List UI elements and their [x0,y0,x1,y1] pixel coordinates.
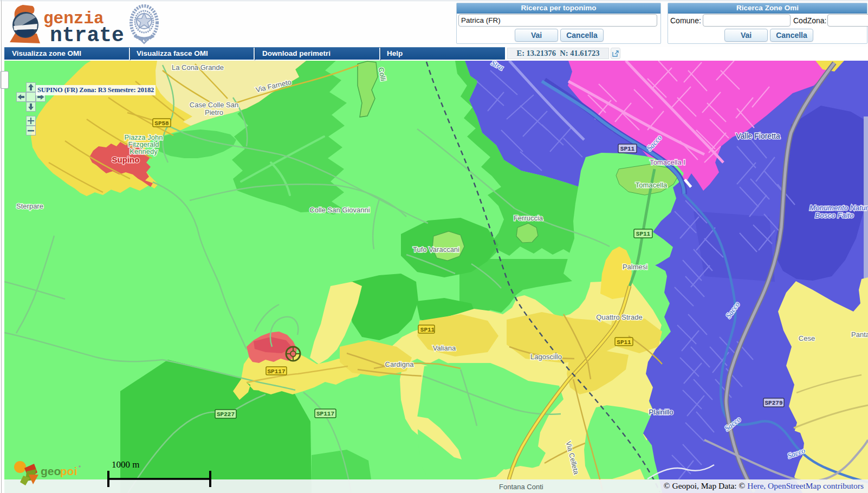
svg-text:Monumento Natur: Monumento Natur [809,204,868,212]
svg-text:SP58: SP58 [154,120,169,127]
svg-text:La Cona Grande: La Cona Grande [172,63,224,72]
svg-text:poi: poi [60,465,77,477]
svg-text:Plainillo: Plainillo [649,408,673,416]
svg-text:SP11: SP11 [636,231,651,237]
svg-text:Sterpare: Sterpare [16,202,43,210]
svg-text:SP11: SP11 [617,339,631,346]
svg-text:1000 m: 1000 m [112,459,139,470]
svg-text:SP117: SP117 [267,368,285,375]
svg-text:Tomacella I: Tomacella I [650,158,685,166]
svg-text:Supino: Supino [112,155,140,164]
svg-text:Ferruccia: Ferruccia [514,214,543,222]
svg-text:Valle Fioretta: Valle Fioretta [736,132,780,140]
svg-text:SP117: SP117 [316,411,334,417]
svg-text:ntrate: ntrate [50,24,124,46]
svg-text:Tomacella: Tomacella [636,181,668,189]
svg-text:Bosco Faito: Bosco Faito [815,211,854,219]
svg-text:Palmesi: Palmesi [623,263,647,271]
svg-text:Kennedy: Kennedy [129,147,158,155]
svg-text:Colle San Giovanni: Colle San Giovanni [309,206,370,214]
svg-text:SP11: SP11 [620,146,635,152]
svg-text:Tufo Varaccani: Tufo Varaccani [413,245,459,254]
svg-text:SP227: SP227 [217,411,235,418]
svg-text:Cardigna: Cardigna [385,360,414,368]
svg-text:Lagoscillo: Lagoscillo [530,353,562,361]
svg-text:Valiana: Valiana [433,344,456,352]
svg-text:Quattro Strade: Quattro Strade [596,313,642,321]
svg-text:geo: geo [41,465,61,477]
svg-text:SP11: SP11 [420,327,435,333]
svg-text:Pietro: Pietro [205,108,223,116]
svg-text:Cese: Cese [799,334,815,342]
svg-text:Panta: Panta [851,330,868,339]
svg-text:SP279: SP279 [765,400,782,406]
svg-text:Case Colle San: Case Colle San [190,101,238,109]
